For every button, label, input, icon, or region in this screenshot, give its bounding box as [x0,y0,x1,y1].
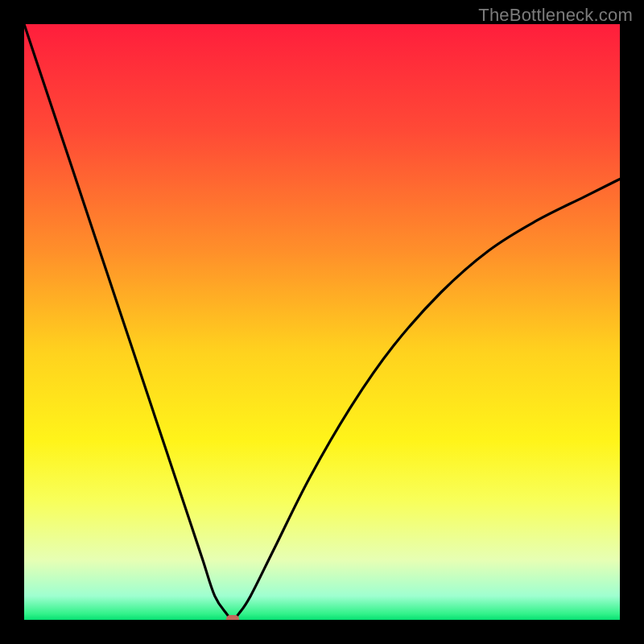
plot-area [24,24,620,620]
watermark-text: TheBottleneck.com [478,5,633,26]
minimum-point-marker [226,615,239,620]
chart-frame: TheBottleneck.com [0,0,644,644]
bottleneck-curve [24,24,620,620]
